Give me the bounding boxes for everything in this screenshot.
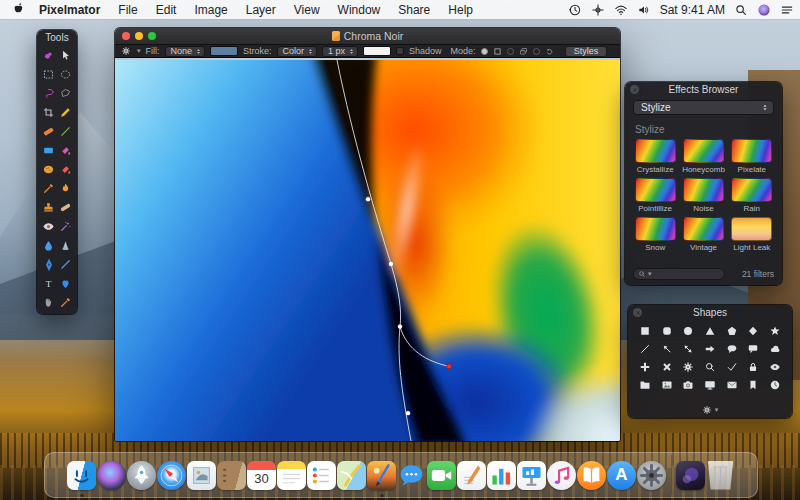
menu-file[interactable]: File [109,0,146,19]
shape-star-icon[interactable] [764,322,786,340]
dock-itunes[interactable] [547,453,577,497]
shape-speech-rect-icon[interactable] [743,340,765,358]
shape-diamond-icon[interactable] [743,322,765,340]
effect-thumbnail[interactable] [635,217,676,241]
mode-radio-normal[interactable] [481,48,488,55]
menu-layer[interactable]: Layer [237,0,285,19]
shape-tool[interactable] [57,274,74,293]
effect-thumbnail[interactable] [635,178,676,202]
effect-pointillize[interactable]: Pointillize [631,178,679,213]
path-anchor[interactable] [398,324,402,328]
dock-launchpad[interactable] [127,453,157,497]
spotlight-icon[interactable] [734,3,748,17]
dock-reminders[interactable] [307,453,337,497]
crosshair-icon[interactable] [591,3,605,17]
dock-finder[interactable] [67,453,97,497]
shapes-settings-button[interactable]: ▾ [628,405,792,415]
shape-gear-icon[interactable] [677,358,699,376]
zoom-button[interactable] [148,32,156,40]
effect-thumbnail[interactable] [731,139,772,163]
stepper-icon[interactable] [195,47,202,56]
effect-crystallize[interactable]: Crystallize [631,139,679,174]
shape-square-icon[interactable] [634,322,656,340]
dock-contacts[interactable] [217,453,247,497]
dock-calendar[interactable]: 30 [247,453,277,497]
dock-pages[interactable] [457,453,487,497]
heal-tool[interactable] [57,198,74,217]
canvas[interactable] [115,60,620,441]
menu-pixelmator[interactable]: Pixelmator [30,0,109,19]
pen-tool[interactable] [40,255,57,274]
paint-dab-tool[interactable] [40,46,57,65]
menu-view[interactable]: View [285,0,329,19]
shape-arrow-up-left-icon[interactable] [656,340,678,358]
stepper-icon[interactable] [307,47,314,56]
path-anchor[interactable] [366,197,370,201]
notification-center-icon[interactable] [780,3,794,17]
effect-thumbnail[interactable] [683,217,724,241]
menu-clock[interactable]: Sat 9:41 AM [660,3,725,17]
time-machine-icon[interactable] [568,3,582,17]
shape-pentagon-icon[interactable] [721,322,743,340]
menu-help[interactable]: Help [439,0,482,19]
path-anchor-selected[interactable] [447,364,452,369]
shape-plus-icon[interactable] [634,358,656,376]
styles-button[interactable]: Styles [565,46,608,57]
dock-pixelmator[interactable] [367,453,397,497]
close-icon[interactable] [633,308,642,317]
path-anchor[interactable] [406,411,410,415]
effect-pixelate[interactable]: Pixelate [728,139,776,174]
shape-camera-icon[interactable] [677,376,699,394]
menu-window[interactable]: Window [329,0,390,19]
shape-image-icon[interactable] [656,376,678,394]
path-anchor[interactable] [389,262,393,266]
shape-checkmark-icon[interactable] [721,358,743,376]
polygonal-lasso-tool[interactable] [57,84,74,103]
shape-cloud-icon[interactable] [764,340,786,358]
shape-eye-icon[interactable] [764,358,786,376]
dock-ibooks[interactable] [577,453,607,497]
effect-snow[interactable]: Snow [631,217,679,252]
close-icon[interactable] [630,85,639,94]
menu-share[interactable]: Share [389,0,439,19]
shape-cross-icon[interactable] [656,358,678,376]
gear-icon[interactable] [121,46,131,56]
dock-mail[interactable] [187,453,217,497]
sharpen-tool[interactable] [57,236,74,255]
shape-arrow-right-icon[interactable] [699,340,721,358]
dock-safari[interactable] [157,453,187,497]
menu-image[interactable]: Image [185,0,236,19]
slice-tool[interactable] [40,179,57,198]
minimize-button[interactable] [135,32,143,40]
sponge-tool[interactable] [40,160,57,179]
eraser-tool[interactable] [40,122,57,141]
type-tool[interactable]: T [40,274,57,293]
eyedropper-tool[interactable] [57,293,74,312]
red-eye-tool[interactable] [40,217,57,236]
shape-speech-round-icon[interactable] [721,340,743,358]
shape-magnifier-icon[interactable] [699,358,721,376]
window-titlebar[interactable]: Chroma Noir [115,28,620,44]
dock-system-preferences[interactable] [637,453,667,497]
effect-vintage[interactable]: Vintage [679,217,727,252]
effect-thumbnail[interactable] [635,139,676,163]
fill-dropdown[interactable]: None [165,46,206,57]
shape-line-icon[interactable] [634,340,656,358]
effect-thumbnail[interactable] [683,139,724,163]
close-button[interactable] [122,32,130,40]
mode-radio-rotate[interactable] [533,48,540,55]
lasso-tool[interactable] [40,84,57,103]
stroke-width-stepper[interactable]: 1 px [322,46,358,57]
fill-color-swatch[interactable] [210,46,238,56]
dock-downloads[interactable] [676,453,706,497]
shape-rounded-square-icon[interactable] [656,322,678,340]
hand-tool[interactable] [40,293,57,312]
effect-thumbnail[interactable] [683,178,724,202]
shape-display-icon[interactable] [699,376,721,394]
shape-bookmark-icon[interactable] [743,376,765,394]
effect-honeycomb[interactable]: Honeycomb [679,139,727,174]
burn-tool[interactable] [57,179,74,198]
brush-tool[interactable] [57,160,74,179]
paint-bucket-tool[interactable] [57,141,74,160]
dock-facetime[interactable] [427,453,457,497]
